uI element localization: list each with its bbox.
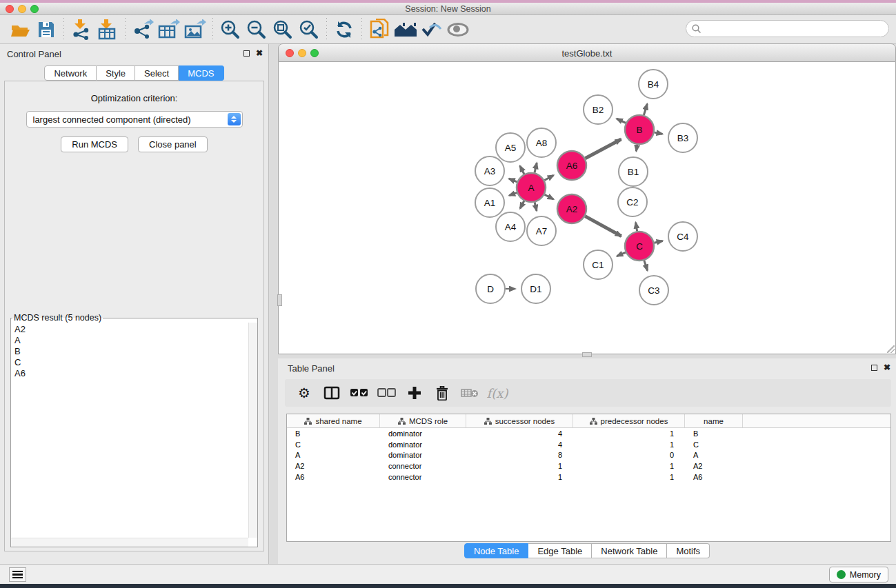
tab-motifs[interactable]: Motifs [667,543,710,558]
edge-A-A5[interactable] [520,166,524,174]
open-in-browser-button[interactable] [392,17,419,42]
edge-A-A6[interactable] [544,175,553,180]
edge-C-C3[interactable] [644,261,648,271]
toggle-views-button[interactable] [445,17,471,42]
search-input[interactable] [686,20,889,37]
result-vertical-scrollbar[interactable] [248,323,257,538]
network-graph[interactable]: B4B2BB3A8A5A6B1A3AC2A1A2A4A7C4CC1C3DD1 [279,62,895,354]
open-session-button[interactable] [7,17,33,42]
edge-A-A1[interactable] [509,193,517,196]
deselect-all-button[interactable] [375,381,399,405]
node-D1[interactable]: D1 [521,274,550,303]
mcds-result-item[interactable]: A [14,335,248,346]
table-row[interactable]: Cdominator41C [287,439,890,450]
show-columns-button[interactable] [319,381,344,405]
export-to-ndex-button[interactable] [366,17,392,42]
export-table-button[interactable] [156,17,182,42]
node-A1[interactable]: A1 [475,188,504,217]
column-settings-button[interactable]: ⚙ [292,381,317,405]
node-table[interactable]: shared nameMCDS rolesuccessor nodesprede… [286,414,891,542]
delete-table-button[interactable] [457,381,482,405]
node-B3[interactable]: B3 [668,123,697,152]
window-resize-grip[interactable] [887,345,895,353]
mcds-result-item[interactable]: B [14,346,248,357]
node-A7[interactable]: A7 [527,216,556,245]
edge-A-A3[interactable] [509,179,517,182]
show-task-history-button[interactable] [9,567,26,582]
float-table-panel-icon[interactable] [871,365,877,371]
column-header-successor-nodes[interactable]: successor nodes [466,414,573,427]
tab-edge-table[interactable]: Edge Table [528,543,592,558]
zoom-in-button[interactable] [217,17,243,42]
import-table-button[interactable] [94,17,121,42]
node-A5[interactable]: A5 [496,133,525,162]
zoom-selected-button[interactable] [296,17,322,42]
memory-button[interactable]: Memory [829,567,888,582]
network-canvas[interactable]: B4B2BB3A8A5A6B1A3AC2A1A2A4A7C4CC1C3DD1 [278,62,896,354]
edge-A-A7[interactable] [535,202,537,210]
node-A6[interactable]: A6 [557,151,586,180]
mcds-result-list[interactable]: A2ABCA6 [11,323,248,538]
mcds-result-item[interactable]: A2 [14,324,248,335]
node-A[interactable]: A [517,173,546,202]
node-B4[interactable]: B4 [639,70,668,99]
column-header-MCDS-role[interactable]: MCDS role [380,414,466,427]
node-D[interactable]: D [476,274,505,303]
table-row[interactable]: A6connector11A6 [287,472,890,483]
edge-A6-B[interactable] [585,139,621,159]
tab-node-table[interactable]: Node Table [464,543,529,558]
edge-B-B4[interactable] [644,104,647,115]
node-B1[interactable]: B1 [619,157,648,186]
delete-selected-button[interactable] [430,381,455,405]
node-B[interactable]: B [625,115,654,144]
edge-A-A8[interactable] [535,163,537,172]
table-row[interactable]: Adominator80A [287,450,890,461]
edge-A2-C[interactable] [585,216,621,236]
save-session-button[interactable] [33,17,59,42]
edge-A-A2[interactable] [544,194,553,199]
node-A2[interactable]: A2 [557,194,586,223]
close-table-panel-icon[interactable]: ✖ [884,363,890,372]
close-panel-icon[interactable]: ✖ [256,49,263,57]
node-A3[interactable]: A3 [475,156,504,185]
tab-select[interactable]: Select [135,65,179,81]
add-row-button[interactable] [402,381,427,405]
select-all-button[interactable] [347,381,372,405]
left-splitter-handle[interactable] [277,294,282,306]
edge-B-B3[interactable] [655,132,663,134]
edge-A-A4[interactable] [520,201,524,208]
table-row[interactable]: Bdominator41B [287,428,890,439]
edge-C-C1[interactable] [617,252,626,256]
refresh-view-button[interactable] [331,17,357,42]
tab-mcds[interactable]: MCDS [179,65,223,81]
run-mcds-button[interactable]: Run MCDS [61,136,128,152]
mcds-result-item[interactable]: A6 [14,368,248,379]
network-window-titlebar[interactable]: testGlobe.txt [278,43,896,62]
tab-network[interactable]: Network [44,65,97,81]
tab-network-table[interactable]: Network Table [592,543,667,558]
column-header-predecessor-nodes[interactable]: predecessor nodes [573,414,685,427]
float-panel-icon[interactable] [243,50,250,57]
node-C2[interactable]: C2 [618,187,647,216]
edge-C-C4[interactable] [654,241,662,243]
table-row[interactable]: A2connector11A2 [287,460,890,472]
mcds-result-item[interactable]: C [14,357,248,368]
node-A4[interactable]: A4 [496,212,525,241]
node-C[interactable]: C [625,232,654,261]
optimization-criterion-dropdown[interactable]: largest connected component (directed) [26,111,243,128]
edge-B-B2[interactable] [617,119,626,123]
function-builder-button[interactable]: f(x) [485,381,510,405]
zoom-fit-button[interactable] [270,17,296,42]
edge-C-C2[interactable] [636,223,637,232]
column-header-name[interactable]: name [685,414,743,427]
close-panel-button[interactable]: Close panel [138,136,208,152]
import-network-button[interactable] [68,17,94,42]
node-A8[interactable]: A8 [527,128,556,157]
result-horizontal-scrollbar[interactable] [11,538,248,547]
node-C3[interactable]: C3 [639,276,668,305]
show-hide-graphics-details-button[interactable] [419,17,445,42]
export-image-button[interactable] [182,17,208,42]
node-C4[interactable]: C4 [668,222,697,251]
export-network-button[interactable] [130,17,156,42]
node-B2[interactable]: B2 [584,95,613,124]
